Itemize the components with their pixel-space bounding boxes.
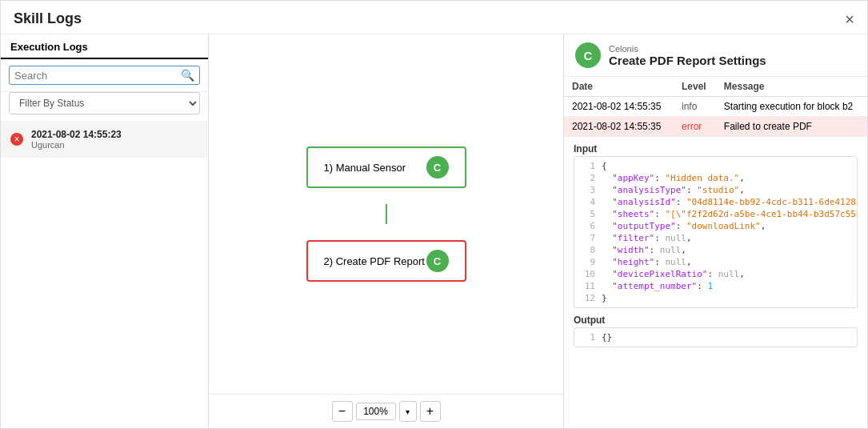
sidebar-tabs: Execution Logs	[1, 34, 208, 59]
filter-row: Filter By Status All Error Info	[1, 92, 208, 121]
error-dot	[10, 133, 23, 146]
line-content: }	[602, 293, 607, 303]
line-content: "sheets": "[\"f2f2d62d-a5be-4ce1-bb44-b3…	[602, 209, 858, 219]
table-row: 2021-08-02 14:55:35errorFailed to create…	[564, 117, 867, 137]
zoom-minus-button[interactable]: −	[332, 401, 353, 422]
filter-status-select[interactable]: Filter By Status All Error Info	[9, 92, 200, 114]
col-message: Message	[716, 77, 867, 97]
node-icon-green2: C	[426, 250, 449, 272]
table-header-row: Date Level Message	[564, 77, 867, 97]
node-label: 2) Create PDF Report	[324, 255, 425, 267]
connector-line	[386, 204, 387, 224]
close-button[interactable]: ×	[845, 11, 854, 27]
input-code-block: 1{2 "appKey": "Hidden data.",3 "analysis…	[574, 156, 858, 308]
line-content: "attempt_number": 1	[602, 281, 713, 291]
zoom-plus-button[interactable]: +	[420, 401, 441, 422]
panel-section: Input 1{2 "appKey": "Hidden data.",3 "an…	[564, 137, 867, 428]
code-line: 9 "height": null,	[574, 256, 857, 268]
modal-container: Skill Logs × Execution Logs 🔍 Filter By …	[0, 0, 868, 429]
code-line: 12}	[574, 292, 857, 304]
line-content: {	[602, 161, 607, 171]
cell-date: 2021-08-02 14:55:35	[564, 117, 674, 137]
log-user: Ugurcan	[31, 140, 122, 150]
node-manual-sensor[interactable]: 1) Manual Sensor C	[306, 146, 466, 188]
cell-message: Starting execution for block b2	[716, 97, 867, 117]
canvas-content: 1) Manual Sensor C 2) Create PDF Report …	[209, 34, 563, 394]
line-number: 1	[579, 332, 595, 343]
log-timestamp: 2021-08-02 14:55:23	[31, 129, 122, 140]
code-line: 11 "attempt_number": 1	[574, 280, 857, 292]
line-content: "outputType": "downloadLink",	[602, 221, 766, 231]
table-row: 2021-08-02 14:55:35infoStarting executio…	[564, 97, 867, 117]
cell-date: 2021-08-02 14:55:35	[564, 97, 674, 117]
line-number: 1	[579, 161, 595, 171]
log-info: 2021-08-02 14:55:23 Ugurcan	[31, 129, 122, 150]
code-line: 10 "devicePixelRatio": null,	[574, 268, 857, 280]
col-level: Level	[674, 77, 716, 97]
canvas-area: 1) Manual Sensor C 2) Create PDF Report …	[209, 34, 563, 428]
line-number: 11	[579, 281, 595, 291]
code-line: 5 "sheets": "[\"f2f2d62d-a5be-4ce1-bb44-…	[574, 208, 857, 220]
line-number: 2	[579, 173, 595, 183]
node-create-pdf[interactable]: 2) Create PDF Report C	[306, 240, 466, 282]
output-code-block: 1{}	[574, 327, 858, 347]
line-number: 4	[579, 197, 595, 207]
canvas-toolbar: − 100% ▾ +	[209, 394, 563, 428]
celonis-avatar: C	[575, 42, 601, 68]
modal-header: Skill Logs ×	[1, 1, 867, 34]
line-number: 12	[579, 293, 595, 303]
col-date: Date	[564, 77, 674, 97]
panel-title: Create PDF Report Settings	[609, 54, 766, 67]
panel-title-group: Celonis Create PDF Report Settings	[609, 44, 766, 67]
line-content: "height": null,	[602, 257, 692, 267]
right-panel: C Celonis Create PDF Report Settings Dat…	[563, 34, 867, 428]
log-item[interactable]: 2021-08-02 14:55:23 Ugurcan	[1, 121, 208, 158]
input-label: Input	[574, 143, 858, 154]
panel-brand: Celonis	[609, 44, 766, 54]
search-wrapper: 🔍	[9, 66, 200, 85]
code-line: 2 "appKey": "Hidden data.",	[574, 172, 857, 184]
sidebar: Execution Logs 🔍 Filter By Status All Er…	[1, 34, 209, 428]
code-line: 7 "filter": null,	[574, 232, 857, 244]
line-number: 8	[579, 245, 595, 255]
modal-title: Skill Logs	[14, 10, 82, 27]
search-icon: 🔍	[181, 69, 194, 82]
cell-message: Failed to create PDF	[716, 117, 867, 137]
code-line: 8 "width": null,	[574, 244, 857, 256]
line-number: 3	[579, 185, 595, 195]
search-area: 🔍	[1, 59, 208, 92]
modal-body: Execution Logs 🔍 Filter By Status All Er…	[1, 34, 867, 428]
zoom-level-display: 100%	[356, 403, 396, 420]
output-section: Output 1{}	[574, 315, 858, 347]
line-number: 9	[579, 257, 595, 267]
line-number: 6	[579, 221, 595, 231]
code-line: 1{}	[574, 331, 857, 343]
line-content: "analysisId": "04d8114e-bb92-4cdc-b311-6…	[602, 197, 858, 207]
line-number: 7	[579, 233, 595, 243]
log-table: Date Level Message 2021-08-02 14:55:35in…	[564, 77, 867, 137]
line-content: "appKey": "Hidden data.",	[602, 173, 745, 183]
line-number: 10	[579, 269, 595, 279]
code-line: 1{	[574, 160, 857, 172]
zoom-dropdown-button[interactable]: ▾	[399, 401, 417, 422]
log-list: 2021-08-02 14:55:23 Ugurcan	[1, 121, 208, 428]
code-line: 4 "analysisId": "04d8114e-bb92-4cdc-b311…	[574, 196, 857, 208]
code-line: 3 "analysisType": "studio",	[574, 184, 857, 196]
code-line: 6 "outputType": "downloadLink",	[574, 220, 857, 232]
cell-level: error	[674, 117, 716, 137]
cell-level: info	[674, 97, 716, 117]
input-section: Input 1{2 "appKey": "Hidden data.",3 "an…	[574, 143, 858, 308]
node-icon-green: C	[426, 156, 449, 178]
line-content: "devicePixelRatio": null,	[602, 269, 745, 279]
line-content: {}	[602, 332, 612, 343]
line-content: "width": null,	[602, 245, 686, 255]
tab-execution-logs[interactable]: Execution Logs	[10, 41, 88, 59]
search-input[interactable]	[14, 70, 181, 82]
right-panel-header: C Celonis Create PDF Report Settings	[564, 34, 867, 77]
line-number: 5	[579, 209, 595, 219]
line-content: "filter": null,	[602, 233, 692, 243]
output-label: Output	[574, 315, 858, 326]
line-content: "analysisType": "studio",	[602, 185, 745, 195]
node-label: 1) Manual Sensor	[324, 162, 406, 174]
